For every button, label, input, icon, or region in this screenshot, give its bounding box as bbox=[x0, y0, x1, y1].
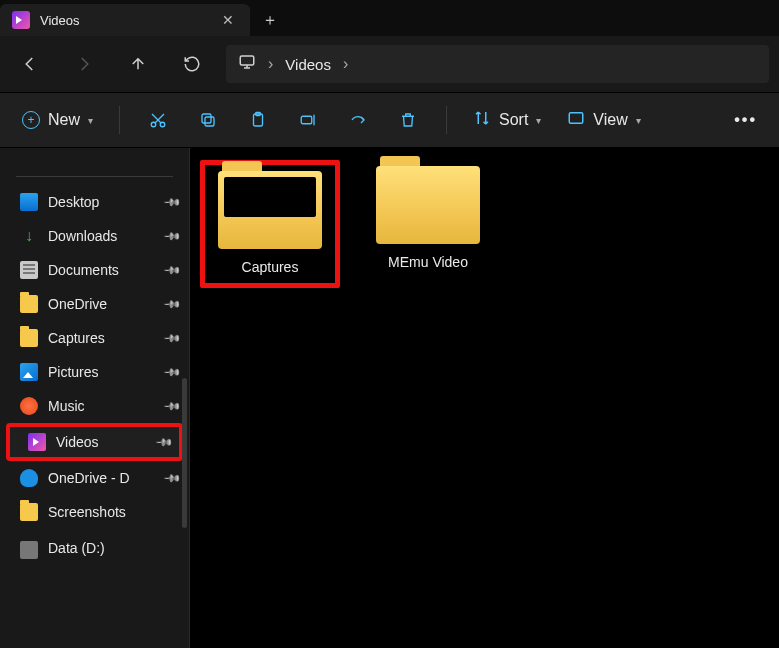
toolbar: + New ▾ Sort ▾ View ▾ ••• bbox=[0, 92, 779, 148]
sidebar-item-label: OneDrive - D bbox=[48, 470, 155, 486]
folder-item-captures[interactable]: Captures bbox=[200, 160, 340, 288]
pin-icon: 📌 bbox=[162, 294, 181, 313]
sort-button[interactable]: Sort ▾ bbox=[463, 103, 551, 137]
sidebar-item-downloads[interactable]: ↓Downloads📌 bbox=[0, 219, 189, 253]
folder-icon bbox=[20, 295, 38, 313]
paste-button[interactable] bbox=[236, 100, 280, 140]
new-tab-button[interactable]: ＋ bbox=[250, 4, 290, 36]
folder-label: Captures bbox=[242, 259, 299, 275]
share-button[interactable] bbox=[336, 100, 380, 140]
nav-bar: › Videos › bbox=[0, 36, 779, 92]
pin-icon: 📌 bbox=[162, 468, 181, 487]
sidebar-item-label: OneDrive bbox=[48, 296, 155, 312]
scrollbar[interactable] bbox=[182, 378, 187, 528]
sidebar-item-label: Music bbox=[48, 398, 155, 414]
svg-rect-4 bbox=[202, 114, 211, 123]
chevron-down-icon: ▾ bbox=[88, 115, 93, 126]
back-button[interactable] bbox=[10, 44, 50, 84]
pic-icon bbox=[20, 363, 38, 381]
svg-rect-0 bbox=[240, 56, 254, 65]
folder-icon bbox=[20, 503, 38, 521]
plus-circle-icon: + bbox=[22, 111, 40, 129]
svg-rect-3 bbox=[205, 117, 214, 126]
new-label: New bbox=[48, 111, 80, 129]
copy-button[interactable] bbox=[186, 100, 230, 140]
music-icon bbox=[20, 397, 38, 415]
sidebar-divider bbox=[16, 176, 173, 177]
doc-icon bbox=[20, 261, 38, 279]
pin-icon: 📌 bbox=[162, 362, 181, 381]
sort-icon bbox=[473, 109, 491, 131]
sidebar-item-desktop[interactable]: Desktop📌 bbox=[0, 185, 189, 219]
chevron-down-icon: ▾ bbox=[536, 115, 541, 126]
sidebar-item-label: Videos bbox=[56, 434, 147, 450]
folder-icon bbox=[376, 166, 480, 244]
more-button[interactable]: ••• bbox=[724, 105, 767, 135]
sidebar-item-onedrive[interactable]: OneDrive📌 bbox=[0, 287, 189, 321]
new-button[interactable]: + New ▾ bbox=[12, 105, 103, 135]
svg-rect-8 bbox=[570, 113, 584, 124]
sort-label: Sort bbox=[499, 111, 528, 129]
chevron-down-icon: ▾ bbox=[636, 115, 641, 126]
sidebar-item-label: Pictures bbox=[48, 364, 155, 380]
download-icon: ↓ bbox=[20, 227, 38, 245]
pin-icon: 📌 bbox=[162, 226, 181, 245]
view-label: View bbox=[593, 111, 627, 129]
cloud-icon bbox=[20, 469, 38, 487]
this-pc-icon bbox=[238, 53, 256, 75]
sidebar-item-documents[interactable]: Documents📌 bbox=[0, 253, 189, 287]
content-pane[interactable]: CapturesMEmu Video bbox=[190, 148, 779, 648]
sidebar-item-label: Data (D:) bbox=[48, 540, 179, 556]
chevron-right-icon: › bbox=[268, 55, 273, 73]
rename-button[interactable] bbox=[286, 100, 330, 140]
tab-title: Videos bbox=[40, 13, 208, 28]
sidebar-item-label: Downloads bbox=[48, 228, 155, 244]
divider bbox=[446, 106, 447, 134]
cut-button[interactable] bbox=[136, 100, 180, 140]
sidebar-item-label: Desktop bbox=[48, 194, 155, 210]
sidebar-item-music[interactable]: Music📌 bbox=[0, 389, 189, 423]
sidebar-item-captures[interactable]: Captures📌 bbox=[0, 321, 189, 355]
app-icon bbox=[12, 11, 30, 29]
folder-icon bbox=[20, 329, 38, 347]
pin-icon: 📌 bbox=[162, 192, 181, 211]
sidebar-item-label: Documents bbox=[48, 262, 155, 278]
desktop-icon bbox=[20, 193, 38, 211]
sidebar-item-label: Screenshots bbox=[48, 504, 179, 520]
sidebar-item-screenshots[interactable]: Screenshots bbox=[0, 495, 189, 529]
view-button[interactable]: View ▾ bbox=[557, 103, 650, 137]
delete-button[interactable] bbox=[386, 100, 430, 140]
sidebar-item-data-d-[interactable]: Data (D:) bbox=[0, 529, 189, 567]
chevron-right-icon[interactable]: › bbox=[343, 55, 348, 73]
forward-button[interactable] bbox=[64, 44, 104, 84]
refresh-button[interactable] bbox=[172, 44, 212, 84]
window-tab[interactable]: Videos ✕ bbox=[0, 4, 250, 36]
address-bar[interactable]: › Videos › bbox=[226, 45, 769, 83]
sidebar-item-label: Captures bbox=[48, 330, 155, 346]
up-button[interactable] bbox=[118, 44, 158, 84]
main-area: Desktop📌↓Downloads📌Documents📌OneDrive📌Ca… bbox=[0, 148, 779, 648]
sidebar: Desktop📌↓Downloads📌Documents📌OneDrive📌Ca… bbox=[0, 148, 190, 648]
folder-item-memu-video[interactable]: MEmu Video bbox=[358, 160, 498, 288]
folder-icon bbox=[218, 171, 322, 249]
pin-icon: 📌 bbox=[162, 396, 181, 415]
sidebar-item-videos[interactable]: Videos📌 bbox=[8, 425, 181, 459]
drive-icon bbox=[20, 541, 38, 559]
pin-icon: 📌 bbox=[162, 328, 181, 347]
svg-rect-7 bbox=[301, 116, 312, 124]
sidebar-item-pictures[interactable]: Pictures📌 bbox=[0, 355, 189, 389]
divider bbox=[119, 106, 120, 134]
pin-icon: 📌 bbox=[162, 260, 181, 279]
close-tab-button[interactable]: ✕ bbox=[218, 8, 238, 32]
sidebar-item-onedrive-d[interactable]: OneDrive - D📌 bbox=[0, 461, 189, 495]
breadcrumb-current[interactable]: Videos bbox=[285, 56, 331, 73]
folder-label: MEmu Video bbox=[388, 254, 468, 270]
title-bar: Videos ✕ ＋ bbox=[0, 0, 779, 36]
view-icon bbox=[567, 109, 585, 131]
video-icon bbox=[28, 433, 46, 451]
pin-icon: 📌 bbox=[154, 432, 173, 451]
